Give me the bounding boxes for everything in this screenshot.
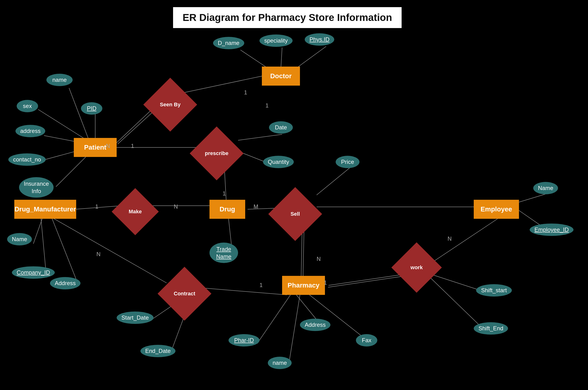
entity-pharmacy: Pharmacy	[282, 276, 325, 295]
svg-line-29	[431, 278, 483, 329]
relationship-make: Make	[118, 195, 152, 228]
card-make-dm: 1	[95, 203, 98, 210]
relationship-seen-by: Seen By	[151, 86, 189, 124]
attr-contract-startdate: Start_Date	[117, 311, 154, 324]
attr-work-shiftend: Shift_End	[474, 322, 508, 335]
attr-employee-empid: Employee_ID	[530, 224, 574, 236]
card-make-drug: N	[174, 203, 178, 210]
attr-doctor-speciality: speciality	[259, 35, 293, 47]
card-sell-drug: M	[253, 203, 258, 210]
attr-patient-contact: contact_no	[8, 153, 46, 166]
svg-line-1	[38, 109, 83, 138]
attr-doctor-dname: D_name	[213, 37, 244, 49]
attr-pharmacy-pharid: Phar-ID	[229, 334, 259, 346]
card-contract-dm: N	[96, 251, 101, 257]
attr-drug-tradename: Trade Name	[210, 243, 238, 263]
svg-line-28	[428, 274, 483, 291]
diagram-title: ER Diagram for Pharmacy Store Informatio…	[173, 7, 402, 28]
entity-drug-manufacturer: Drug_Manufacturer	[14, 200, 76, 219]
relationship-work: work	[399, 250, 434, 285]
svg-line-7	[281, 48, 282, 68]
svg-line-27	[328, 275, 409, 287]
relationship-contract: Contract	[166, 275, 204, 313]
attr-prescribe-date: Date	[269, 121, 293, 134]
svg-line-16	[317, 168, 350, 195]
entity-drug: Drug	[210, 200, 245, 219]
entity-doctor: Doctor	[262, 67, 300, 86]
entity-employee: Employee	[474, 200, 519, 219]
svg-line-26	[329, 274, 410, 285]
attr-pharmacy-fax: Fax	[356, 334, 377, 346]
attr-sell-price: Price	[336, 156, 359, 168]
attr-pharmacy-name: name	[268, 357, 292, 369]
card-prescribe-drug: 1	[223, 190, 226, 197]
attr-patient-sex: sex	[17, 100, 38, 112]
svg-line-40	[289, 295, 300, 361]
attr-contract-enddate: End_Date	[140, 345, 176, 357]
relationship-sell: Sell	[276, 195, 314, 233]
attr-dm-name: Name	[7, 233, 32, 245]
attr-work-shiftstart: Shift_start	[476, 284, 512, 296]
card-prescribe-patient2: 1	[131, 143, 134, 149]
attr-dm-companyid: Company_ID	[12, 266, 55, 279]
attr-patient-name: name	[46, 74, 73, 86]
svg-line-6	[240, 50, 269, 69]
attr-patient-address: address	[15, 125, 45, 137]
svg-line-14	[238, 134, 282, 140]
svg-line-34	[200, 288, 287, 295]
relationship-prescribe: prescribe	[198, 134, 236, 172]
attr-doctor-physid: Phys.ID	[305, 33, 334, 46]
card-sell-pharmacy: N	[317, 256, 321, 262]
svg-line-8	[295, 46, 326, 69]
svg-line-32	[51, 216, 79, 285]
card-work-employee: N	[448, 236, 452, 242]
attr-dm-address: Address	[50, 277, 80, 290]
card-prescribe-patient: N	[106, 143, 110, 149]
card-contract-pharmacy: 1	[259, 282, 263, 289]
svg-line-11	[183, 76, 262, 93]
card-seenby-doctor2: 1	[265, 102, 269, 109]
card-seenby-doctor: 1	[244, 89, 247, 96]
svg-line-5	[56, 157, 86, 187]
svg-line-23	[519, 194, 546, 202]
attr-prescribe-quantity: Quantity	[263, 156, 294, 168]
attr-employee-name: Name	[533, 182, 558, 194]
entity-patient: Patient	[74, 138, 117, 157]
card-work-pharmacy: 1	[324, 279, 327, 286]
attr-patient-pid: PID	[81, 102, 102, 115]
svg-line-37	[257, 295, 291, 344]
attr-patient-insurance: Insurance Info	[19, 177, 54, 198]
svg-line-25	[433, 219, 498, 262]
attr-pharmacy-address: Address	[300, 319, 330, 331]
